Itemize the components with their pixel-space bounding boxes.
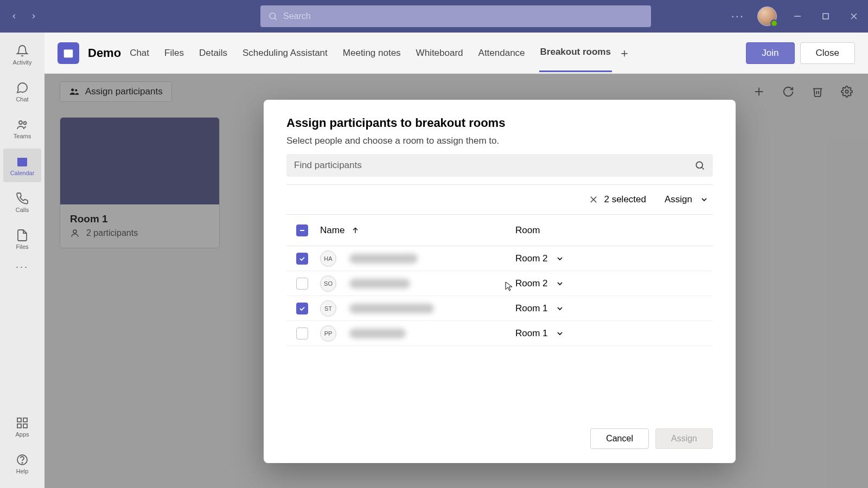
room-value: Room 1: [515, 328, 548, 339]
rail-label: Activity: [13, 59, 32, 66]
meeting-icon: [58, 42, 79, 64]
nav-forward-button[interactable]: [26, 9, 41, 24]
svg-point-0: [270, 13, 276, 19]
app-rail: Activity Chat Teams Calendar Calls Files…: [0, 33, 44, 488]
bell-icon: [16, 44, 29, 57]
rail-item-apps[interactable]: Apps: [3, 410, 41, 444]
rail-item-help[interactable]: Help: [3, 447, 41, 480]
rail-label: Files: [16, 243, 28, 250]
rail-label: Apps: [15, 431, 29, 438]
assign-button[interactable]: Assign: [655, 428, 713, 449]
svg-point-24: [696, 162, 703, 168]
dialog-subtitle: Select people and choose a room to assig…: [286, 136, 713, 146]
cancel-button[interactable]: Cancel: [590, 428, 649, 449]
svg-rect-3: [823, 14, 828, 19]
participant-name: [349, 254, 418, 264]
tab-files[interactable]: Files: [163, 35, 185, 72]
search-icon: [268, 11, 278, 21]
participant-checkbox[interactable]: [296, 253, 308, 265]
tab-chat[interactable]: Chat: [129, 35, 150, 72]
join-button[interactable]: Join: [746, 42, 794, 64]
column-name-header[interactable]: Name: [320, 225, 515, 236]
svg-rect-13: [23, 424, 27, 428]
tab-meeting-notes[interactable]: Meeting notes: [342, 35, 402, 72]
participant-avatar: PP: [320, 325, 336, 342]
rail-item-files[interactable]: Files: [3, 222, 41, 256]
rail-label: Calls: [16, 207, 29, 213]
find-participants-input[interactable]: Find participants: [286, 154, 713, 177]
svg-point-6: [19, 121, 22, 124]
svg-point-7: [24, 121, 27, 124]
chat-icon: [16, 81, 29, 94]
select-all-checkbox[interactable]: [296, 224, 308, 236]
participant-checkbox[interactable]: [296, 303, 308, 314]
tab-bar: ChatFilesDetailsScheduling AssistantMeet…: [129, 34, 612, 72]
room-selector[interactable]: Room 2: [515, 253, 713, 264]
room-selector[interactable]: Room 1: [515, 303, 713, 314]
user-avatar[interactable]: [757, 7, 777, 26]
svg-rect-9: [17, 158, 27, 160]
participant-checkbox[interactable]: [296, 328, 308, 339]
search-placeholder: Search: [283, 11, 311, 21]
tab-details[interactable]: Details: [198, 35, 228, 72]
rail-item-calendar[interactable]: Calendar: [3, 149, 41, 182]
svg-line-1: [275, 18, 276, 20]
svg-rect-12: [17, 424, 21, 428]
help-icon: [16, 453, 29, 466]
selection-count: 2 selected: [604, 194, 646, 205]
tab-breakout-rooms[interactable]: Breakout rooms: [539, 34, 612, 72]
rail-item-teams[interactable]: Teams: [3, 112, 41, 145]
clear-selection-button[interactable]: [589, 195, 598, 204]
nav-back-button[interactable]: [7, 9, 22, 24]
tab-scheduling-assistant[interactable]: Scheduling Assistant: [241, 35, 329, 72]
svg-point-15: [22, 462, 22, 463]
room-value: Room 2: [515, 278, 548, 289]
chevron-down-icon: [700, 195, 709, 204]
tab-whiteboard[interactable]: Whiteboard: [415, 35, 464, 72]
sort-ascending-icon: [351, 226, 360, 235]
participant-name: [349, 329, 406, 338]
rail-label: Calendar: [10, 170, 35, 176]
rail-item-chat[interactable]: Chat: [3, 75, 41, 108]
assign-participants-dialog: Assign participants to breakout rooms Se…: [264, 100, 736, 463]
assign-dropdown[interactable]: Assign: [665, 194, 709, 205]
participant-name: [349, 304, 434, 313]
rail-item-calls[interactable]: Calls: [3, 185, 41, 219]
room-selector[interactable]: Room 2: [515, 278, 713, 289]
assign-dropdown-label: Assign: [665, 194, 692, 205]
room-selector[interactable]: Room 1: [515, 328, 713, 339]
tab-attendance[interactable]: Attendance: [477, 35, 526, 72]
svg-line-25: [702, 168, 704, 170]
participant-row: PP Room 1: [286, 321, 713, 346]
chevron-down-icon: [556, 279, 564, 288]
participant-avatar: HA: [320, 251, 336, 267]
participant-row: HA Room 2: [286, 246, 713, 271]
rail-label: Chat: [16, 96, 28, 102]
teams-icon: [16, 118, 29, 131]
meeting-header: Demo ChatFilesDetailsScheduling Assistan…: [44, 33, 868, 74]
search-icon: [694, 160, 705, 171]
add-tab-button[interactable]: ＋: [618, 45, 630, 61]
search-input[interactable]: Search: [260, 5, 651, 27]
participant-row: ST Room 1: [286, 296, 713, 321]
participant-name: [349, 279, 410, 288]
window-minimize-button[interactable]: [790, 9, 805, 24]
dialog-title: Assign participants to breakout rooms: [286, 116, 713, 130]
mouse-cursor-icon: [505, 281, 515, 294]
rail-label: Teams: [14, 133, 31, 139]
meeting-title: Demo: [88, 46, 121, 60]
chevron-down-icon: [556, 304, 564, 313]
rail-more-button[interactable]: ···: [16, 261, 29, 273]
close-meeting-button[interactable]: Close: [800, 42, 855, 64]
window-close-button[interactable]: [846, 9, 861, 24]
participant-avatar: ST: [320, 300, 336, 317]
find-placeholder: Find participants: [294, 160, 362, 171]
participant-row: SO Room 2: [286, 271, 713, 296]
more-menu-button[interactable]: ···: [731, 9, 744, 23]
column-room-header[interactable]: Room: [515, 225, 713, 236]
window-maximize-button[interactable]: [818, 9, 833, 24]
calendar-icon: [16, 155, 29, 168]
rail-item-activity[interactable]: Activity: [3, 38, 41, 72]
room-value: Room 1: [515, 303, 548, 314]
participant-checkbox[interactable]: [296, 278, 308, 290]
